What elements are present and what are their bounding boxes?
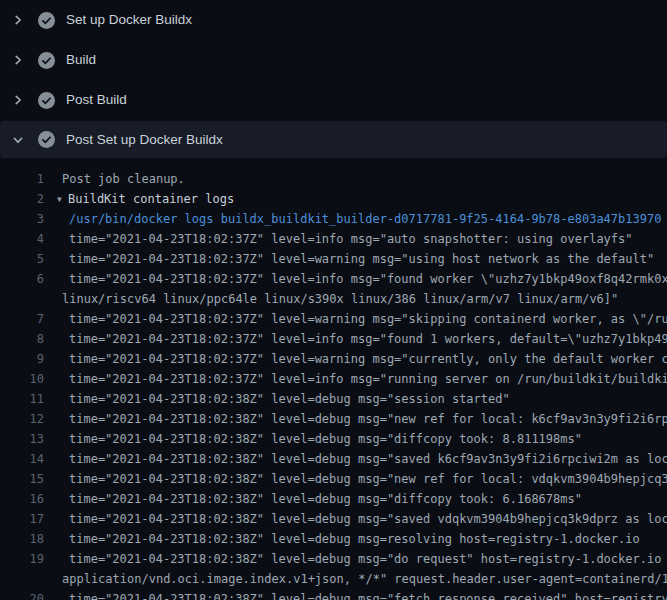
log-text-content: time="2021-04-23T18:02:37Z" level=warnin… [69, 312, 667, 326]
log-text-content: time="2021-04-23T18:02:37Z" level=info m… [69, 272, 667, 286]
step-label: Post Build [66, 93, 127, 107]
log-text: time="2021-04-23T18:02:37Z" level=info m… [44, 269, 667, 289]
log-text-content: time="2021-04-23T18:02:37Z" level=info m… [69, 372, 667, 386]
step-list: Set up Docker Buildx Build Post Build Po… [0, 0, 667, 158]
log-text: time="2021-04-23T18:02:38Z" level=debug … [44, 549, 667, 569]
line-number[interactable]: 12 [0, 409, 44, 429]
line-number[interactable]: 9 [0, 349, 44, 369]
log-text: time="2021-04-23T18:02:38Z" level=debug … [44, 409, 667, 429]
log-text: time="2021-04-23T18:02:38Z" level=debug … [44, 529, 640, 549]
log-text-content: time="2021-04-23T18:02:37Z" level=info m… [69, 332, 667, 346]
log-text: time="2021-04-23T18:02:37Z" level=warnin… [44, 309, 667, 329]
log-wrap-text: application/vnd.oci.image.index.v1+json,… [44, 569, 667, 589]
line-number[interactable]: 17 [0, 509, 44, 529]
check-circle-icon [38, 52, 55, 69]
step-label: Set up Docker Buildx [66, 13, 192, 27]
step-header-post-set-up-docker-buildx[interactable]: Post Set up Docker Buildx [0, 121, 667, 158]
log-area: 1 Post job cleanup. 2 ▼BuildKit containe… [0, 158, 667, 600]
log-line: 15 time="2021-04-23T18:02:38Z" level=deb… [0, 469, 667, 489]
line-number-empty [0, 569, 44, 589]
line-number[interactable]: 19 [0, 549, 44, 569]
log-line-wrap: application/vnd.oci.image.index.v1+json,… [0, 569, 667, 589]
line-number[interactable]: 16 [0, 489, 44, 509]
log-line: 12 time="2021-04-23T18:02:38Z" level=deb… [0, 409, 667, 429]
log-line: 3 /usr/bin/docker logs buildx_buildkit_b… [0, 209, 667, 229]
log-line: 19 time="2021-04-23T18:02:38Z" level=deb… [0, 549, 667, 569]
line-number[interactable]: 15 [0, 469, 44, 489]
group-toggle-icon[interactable]: ▼ [57, 190, 68, 210]
log-text-content: time="2021-04-23T18:02:38Z" level=debug … [69, 552, 667, 566]
check-circle-icon [38, 92, 55, 109]
line-number[interactable]: 6 [0, 269, 44, 289]
log-text-content: time="2021-04-23T18:02:38Z" level=debug … [69, 392, 510, 406]
log-text: time="2021-04-23T18:02:38Z" level=debug … [44, 449, 667, 469]
log-text: time="2021-04-23T18:02:37Z" level=info m… [44, 329, 667, 349]
log-line: 14 time="2021-04-23T18:02:38Z" level=deb… [0, 449, 667, 469]
log-line: 11 time="2021-04-23T18:02:38Z" level=deb… [0, 389, 667, 409]
line-number[interactable]: 10 [0, 369, 44, 389]
log-line: 9 time="2021-04-23T18:02:37Z" level=warn… [0, 349, 667, 369]
line-number-empty [0, 289, 44, 309]
line-number[interactable]: 14 [0, 449, 44, 469]
log-line: 20 time="2021-04-23T18:02:38Z" level=deb… [0, 589, 667, 600]
line-number[interactable]: 2 [0, 189, 44, 209]
log-line: 6 time="2021-04-23T18:02:37Z" level=info… [0, 269, 667, 289]
log-text: /usr/bin/docker logs buildx_buildkit_bui… [44, 209, 661, 229]
step-label: Post Set up Docker Buildx [66, 133, 223, 147]
log-text-content: time="2021-04-23T18:02:37Z" level=warnin… [69, 352, 667, 366]
log-line: 8 time="2021-04-23T18:02:37Z" level=info… [0, 329, 667, 349]
log-text: time="2021-04-23T18:02:38Z" level=debug … [44, 389, 510, 409]
log-text-content: Post job cleanup. [62, 172, 185, 186]
line-number[interactable]: 11 [0, 389, 44, 409]
line-number[interactable]: 5 [0, 249, 44, 269]
line-number[interactable]: 1 [0, 169, 44, 189]
log-text-content: time="2021-04-23T18:02:38Z" level=debug … [69, 412, 667, 426]
log-line: 7 time="2021-04-23T18:02:37Z" level=warn… [0, 309, 667, 329]
log-text-content: time="2021-04-23T18:02:38Z" level=debug … [69, 492, 582, 506]
line-number[interactable]: 20 [0, 589, 44, 600]
log-text: time="2021-04-23T18:02:38Z" level=debug … [44, 509, 667, 529]
log-text-content: BuildKit container logs [68, 192, 234, 206]
log-line: 5 time="2021-04-23T18:02:37Z" level=warn… [0, 249, 667, 269]
log-text-content: time="2021-04-23T18:02:38Z" level=debug … [69, 512, 667, 526]
line-number[interactable]: 18 [0, 529, 44, 549]
log-wrap-text: linux/riscv64 linux/ppc64le linux/s390x … [44, 289, 618, 309]
step-header-post-build[interactable]: Post Build [0, 80, 667, 120]
log-text-content: time="2021-04-23T18:02:38Z" level=debug … [69, 532, 640, 546]
log-line: 17 time="2021-04-23T18:02:38Z" level=deb… [0, 509, 667, 529]
log-line: 18 time="2021-04-23T18:02:38Z" level=deb… [0, 529, 667, 549]
log-line: 10 time="2021-04-23T18:02:37Z" level=inf… [0, 369, 667, 389]
step-header-set-up-docker-buildx[interactable]: Set up Docker Buildx [0, 0, 667, 40]
line-number[interactable]: 13 [0, 429, 44, 449]
log-text: time="2021-04-23T18:02:37Z" level=info m… [44, 229, 633, 249]
log-text-content: time="2021-04-23T18:02:38Z" level=debug … [69, 432, 582, 446]
chevron-right-icon [12, 14, 24, 26]
check-circle-icon [38, 131, 55, 148]
chevron-right-icon [12, 94, 24, 106]
log-text: time="2021-04-23T18:02:38Z" level=debug … [44, 589, 667, 600]
log-text-content: time="2021-04-23T18:02:37Z" level=warnin… [69, 252, 654, 266]
chevron-right-icon [12, 54, 24, 66]
log-line: 4 time="2021-04-23T18:02:37Z" level=info… [0, 229, 667, 249]
log-text: ▼BuildKit container logs [44, 189, 234, 209]
line-number[interactable]: 3 [0, 209, 44, 229]
log-text: time="2021-04-23T18:02:38Z" level=debug … [44, 489, 582, 509]
log-line: 16 time="2021-04-23T18:02:38Z" level=deb… [0, 489, 667, 509]
log-text-content: time="2021-04-23T18:02:38Z" level=debug … [69, 452, 667, 466]
log-line: 2 ▼BuildKit container logs [0, 189, 667, 209]
log-text-content: time="2021-04-23T18:02:37Z" level=info m… [69, 232, 633, 246]
log-text-content: time="2021-04-23T18:02:38Z" level=debug … [69, 592, 667, 600]
log-line-wrap: linux/riscv64 linux/ppc64le linux/s390x … [0, 289, 667, 309]
log-text: Post job cleanup. [44, 169, 185, 189]
log-text: time="2021-04-23T18:02:38Z" level=debug … [44, 469, 667, 489]
log-text-content: time="2021-04-23T18:02:38Z" level=debug … [69, 472, 667, 486]
line-number[interactable]: 8 [0, 329, 44, 349]
step-header-build[interactable]: Build [0, 40, 667, 80]
log-text: time="2021-04-23T18:02:37Z" level=warnin… [44, 249, 654, 269]
log-text-content: /usr/bin/docker logs buildx_buildkit_bui… [69, 212, 661, 226]
log-text: time="2021-04-23T18:02:38Z" level=debug … [44, 429, 582, 449]
log-text: time="2021-04-23T18:02:37Z" level=warnin… [44, 349, 667, 369]
line-number[interactable]: 4 [0, 229, 44, 249]
line-number[interactable]: 7 [0, 309, 44, 329]
chevron-down-icon [12, 134, 24, 146]
